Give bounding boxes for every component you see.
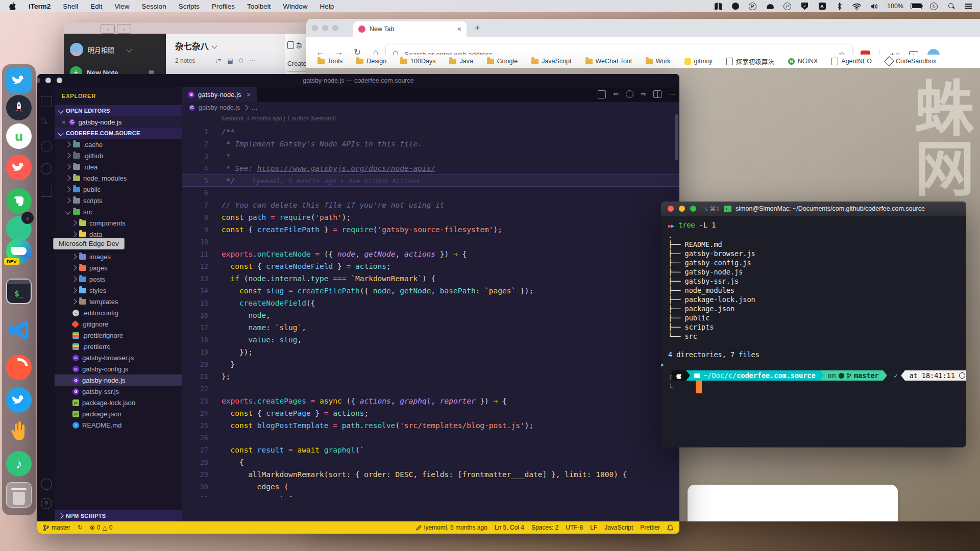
close-tab-icon[interactable]: × <box>457 25 461 33</box>
file-gatsby-browser.js[interactable]: Ggatsby-browser.js <box>55 352 182 363</box>
codelens-annotation[interactable]: lyemoml, 4 months ago | 1 author (lyemom… <box>222 115 336 121</box>
hat-icon[interactable] <box>766 2 774 10</box>
bookmark-7[interactable]: WeChat Tool <box>585 58 632 65</box>
minimize-window-button[interactable] <box>322 25 328 31</box>
code-editor[interactable]: lyemoml, 4 months ago | 1 author (lyemom… <box>182 113 679 497</box>
parallels-icon[interactable]: P <box>748 2 757 10</box>
settings-gear-icon[interactable]: ⚙ <box>41 498 52 509</box>
microsoft-edge-dev-app[interactable]: DEV <box>6 238 32 264</box>
file-README.md[interactable]: iREADME.md <box>55 419 182 431</box>
terminal-content[interactable]: ▶▶ tree -L 1.├── README.md├── gatsby-bro… <box>661 216 966 447</box>
editor-layout-icon[interactable] <box>598 90 606 98</box>
language-mode[interactable]: JavaScript <box>604 524 633 531</box>
menu-edit[interactable]: Edit <box>90 3 102 10</box>
source-control-icon[interactable] <box>41 141 52 152</box>
evernote-app[interactable] <box>6 188 32 214</box>
music-app[interactable]: ♪ <box>6 451 32 477</box>
time-machine-icon[interactable]: ↻ <box>929 2 938 10</box>
file-package-lock.json[interactable]: jspackage-lock.json <box>55 397 182 408</box>
zoom-window-button[interactable] <box>690 206 696 212</box>
notes-back-button[interactable]: ‹ <box>101 24 115 34</box>
menu-iterm2[interactable]: iTerm2 <box>29 3 51 10</box>
close-tab-icon[interactable]: × <box>247 91 251 98</box>
window-manager-icon[interactable] <box>714 2 722 10</box>
tag-icon[interactable]: ⬯ <box>239 57 243 64</box>
folder-scripts[interactable]: scripts <box>55 195 182 206</box>
close-window-button[interactable] <box>312 25 318 31</box>
sync-circle-icon[interactable]: ⇄ <box>783 2 792 10</box>
folder-styles[interactable]: styles <box>55 285 182 296</box>
list-menu-icon[interactable] <box>964 2 973 10</box>
folder-pages[interactable]: pages <box>55 262 182 273</box>
close-window-button[interactable] <box>45 78 51 83</box>
bookmark-12[interactable]: AgentNEO <box>831 58 872 65</box>
blue-bird-app[interactable] <box>6 67 32 93</box>
cursor-position[interactable]: Ln 5, Col 4 <box>495 524 524 531</box>
more-actions-icon[interactable]: ⋯ <box>669 90 675 98</box>
vscode-app[interactable] <box>6 317 32 343</box>
view-icon[interactable]: ▤ <box>227 57 233 64</box>
evernote-icon[interactable] <box>731 2 740 10</box>
folder-.cache[interactable]: .cache <box>55 139 182 150</box>
rocket-app[interactable] <box>6 95 32 120</box>
file-gatsby-ssr.js[interactable]: Ggatsby-ssr.js <box>55 386 182 397</box>
close-icon[interactable]: × <box>62 118 66 126</box>
encoding[interactable]: UTF-8 <box>566 524 583 531</box>
folder-node_modules[interactable]: node_modules <box>55 172 182 184</box>
file-.prettierignore[interactable]: .prettierignore <box>55 330 182 341</box>
account-icon[interactable] <box>41 479 52 490</box>
menu-help[interactable]: Help <box>320 3 334 10</box>
twitter-app[interactable] <box>6 387 32 413</box>
trash[interactable] <box>6 482 32 508</box>
blame-status[interactable]: lyemoml, 5 months ago <box>416 524 487 531</box>
split-editor-icon[interactable] <box>653 90 662 98</box>
hand-gesture-app[interactable] <box>6 418 32 444</box>
file-package.json[interactable]: jspackage.json <box>55 408 182 419</box>
sync-icon[interactable] <box>626 90 633 98</box>
problems-indicator[interactable]: ⊗0 △0 <box>90 524 113 531</box>
extensions-icon[interactable] <box>41 186 52 197</box>
bookmark-8[interactable]: Work <box>646 58 671 65</box>
browser-tab[interactable]: New Tab × <box>353 21 467 37</box>
bell-icon[interactable] <box>667 524 673 531</box>
folder-.github[interactable]: .github <box>55 150 182 161</box>
notes-forward-button[interactable]: › <box>117 24 131 34</box>
bookmark-11[interactable]: NNGINX <box>788 58 818 65</box>
utools-app[interactable]: u <box>6 123 32 149</box>
file-.prettierrc[interactable]: .prettierrc <box>55 341 182 352</box>
go-forward-icon[interactable]: ⇒ <box>641 90 646 98</box>
open-editor-item[interactable]: × G gatsby-node.js <box>55 116 182 128</box>
more-icon[interactable]: ⋯ <box>249 57 255 64</box>
bookmark-4[interactable]: Java <box>449 58 473 65</box>
zoom-window-button[interactable] <box>332 25 338 31</box>
menu-window[interactable]: Window <box>283 3 307 10</box>
folder-posts[interactable]: posts <box>55 273 182 285</box>
minimize-window-button[interactable] <box>57 78 62 83</box>
file-.editorconfig[interactable]: ≡.editorconfig <box>55 307 182 318</box>
file-gatsby-config.js[interactable]: Ggatsby-config.js <box>55 363 182 374</box>
folder-components[interactable]: components <box>55 217 182 229</box>
bookmark-2[interactable]: Design <box>356 58 386 65</box>
breadcrumb[interactable]: G gatsby-node.js … <box>182 102 679 113</box>
eol[interactable]: LF <box>590 524 597 531</box>
formatter[interactable]: Prettier <box>640 524 660 531</box>
minimize-window-button[interactable] <box>679 206 685 212</box>
spotlight-search-icon[interactable] <box>947 2 955 10</box>
menu-shell[interactable]: Shell <box>63 3 78 10</box>
menu-profiles[interactable]: Profiles <box>212 3 235 10</box>
search-icon[interactable] <box>41 118 47 124</box>
input-source-a-icon[interactable]: A <box>818 2 826 10</box>
git-branch-indicator[interactable]: master <box>43 524 70 531</box>
file-.gitignore[interactable]: .gitignore <box>55 318 182 330</box>
explorer-icon[interactable] <box>41 96 52 107</box>
folder-images[interactable]: images <box>55 251 182 262</box>
folder-public[interactable]: public <box>55 184 182 195</box>
close-window-button[interactable] <box>668 206 674 212</box>
sync-icon[interactable]: ↻ <box>78 524 83 531</box>
debug-icon[interactable] <box>38 161 54 177</box>
bookmark-1[interactable]: Tools <box>317 58 342 65</box>
editor-scrollbar[interactable] <box>675 114 678 160</box>
notes-account[interactable]: 明月相照 <box>70 43 131 56</box>
go-back-icon[interactable]: ⇐ <box>613 90 619 98</box>
folder-.idea[interactable]: .idea <box>55 161 182 172</box>
